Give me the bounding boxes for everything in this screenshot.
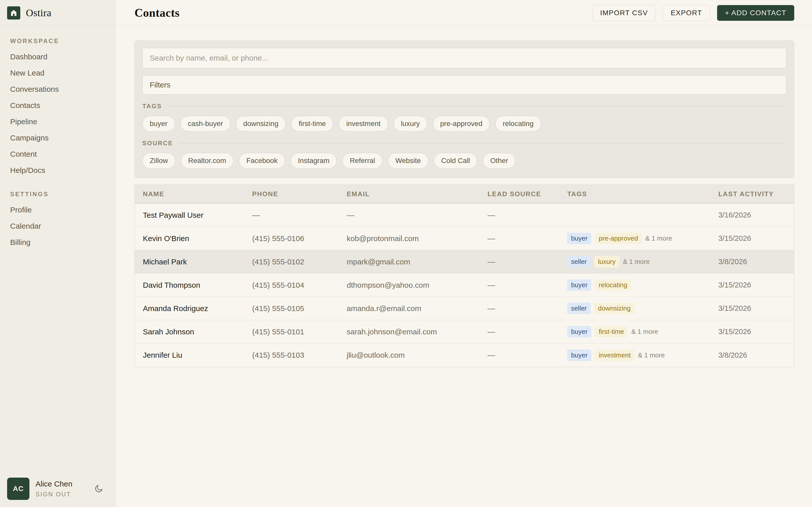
cell-last-activity: 3/15/2026 xyxy=(718,328,786,336)
column-header-last-activity: LAST ACTIVITY xyxy=(718,190,786,198)
sign-out-button[interactable]: SIGN OUT xyxy=(36,491,87,498)
cell-name: Jennifer Liu xyxy=(143,351,252,359)
tag-chip-row: buyercash-buyerdownsizingfirst-timeinves… xyxy=(142,116,786,131)
source-group-head: SOURCE xyxy=(142,140,786,147)
source-chip-website[interactable]: Website xyxy=(388,153,428,169)
table-row[interactable]: Kevin O'Brien(415) 555-0106kob@protonmai… xyxy=(135,227,794,250)
cell-email: mpark@gmail.com xyxy=(347,258,488,266)
tag-pill-buyer: buyer xyxy=(567,350,591,361)
cell-lead-source: — xyxy=(488,351,567,359)
cell-name: David Thompson xyxy=(143,281,252,289)
tags-more-count: & 1 more xyxy=(645,234,672,242)
tags-group-label: TAGS xyxy=(142,103,162,110)
cell-tags: buyerrelocating xyxy=(567,279,718,291)
settings-nav-list: ProfileCalendarBilling xyxy=(10,202,105,250)
tag-chip-first-time[interactable]: first-time xyxy=(291,116,333,131)
tag-pill-buyer: buyer xyxy=(567,326,591,337)
filters-toggle[interactable]: Filters xyxy=(142,75,786,95)
tag-pill-investment: investment xyxy=(595,350,635,361)
table-row[interactable]: David Thompson(415) 555-0104dthompson@ya… xyxy=(135,274,794,297)
cell-phone: (415) 555-0105 xyxy=(252,304,347,313)
sidebar-item-new-lead[interactable]: New Lead xyxy=(10,65,105,81)
workspace-section-label: WORKSPACE xyxy=(10,38,105,45)
user-name: Alice Chen xyxy=(36,480,87,488)
source-group-label: SOURCE xyxy=(142,140,173,147)
export-button[interactable]: EXPORT xyxy=(663,5,710,21)
tag-chip-buyer[interactable]: buyer xyxy=(142,116,175,131)
source-chip-zillow[interactable]: Zillow xyxy=(142,153,175,169)
tag-chip-relocating[interactable]: relocating xyxy=(495,116,541,131)
add-contact-button[interactable]: + ADD CONTACT xyxy=(717,5,794,21)
table-row[interactable]: Amanda Rodriguez(415) 555-0105amanda.r@e… xyxy=(135,297,794,320)
import-csv-button[interactable]: IMPORT CSV xyxy=(592,5,656,21)
home-icon xyxy=(7,6,20,19)
table-header-row: NAMEPHONEEMAILLEAD SOURCETAGSLAST ACTIVI… xyxy=(135,185,794,204)
tags-group-head: TAGS xyxy=(142,103,786,110)
cell-phone: (415) 555-0102 xyxy=(252,258,347,266)
cell-phone: (415) 555-0106 xyxy=(252,234,347,243)
cell-last-activity: 3/15/2026 xyxy=(718,281,786,289)
tag-chip-luxury[interactable]: luxury xyxy=(394,116,427,131)
cell-lead-source: — xyxy=(488,258,567,266)
tag-pill-pre-approved: pre-approved xyxy=(595,233,642,244)
cell-last-activity: 3/8/2026 xyxy=(718,258,786,266)
source-chip-row: ZillowRealtor.comFacebookInstagramReferr… xyxy=(142,153,786,169)
sidebar-item-help-docs[interactable]: Help/Docs xyxy=(10,162,105,178)
cell-tags: sellerdownsizing xyxy=(567,303,718,314)
cell-name: Kevin O'Brien xyxy=(143,234,252,243)
cell-email: dthompson@yahoo.com xyxy=(347,281,488,289)
dark-mode-toggle[interactable] xyxy=(93,483,104,494)
cell-name: Test Paywall User xyxy=(143,211,252,220)
cell-lead-source: — xyxy=(488,304,567,313)
sidebar-item-billing[interactable]: Billing xyxy=(10,234,105,250)
sidebar-item-contacts[interactable]: Contacts xyxy=(10,97,105,114)
topbar: Contacts IMPORT CSV EXPORT + ADD CONTACT xyxy=(116,0,812,26)
cell-name: Michael Park xyxy=(143,258,252,266)
tags-more-count: & 1 more xyxy=(631,328,658,336)
tag-chip-investment[interactable]: investment xyxy=(339,116,388,131)
sidebar-item-dashboard[interactable]: Dashboard xyxy=(10,49,105,65)
sidebar-item-profile[interactable]: Profile xyxy=(10,202,105,218)
source-chip-referral[interactable]: Referral xyxy=(342,153,383,169)
tag-pill-downsizing: downsizing xyxy=(594,303,635,314)
search-input[interactable] xyxy=(142,48,786,68)
table-row[interactable]: Test Paywall User———3/16/2026 xyxy=(135,204,794,227)
source-chip-other[interactable]: Other xyxy=(483,153,515,169)
workspace-nav-list: DashboardNew LeadConversationsContactsPi… xyxy=(10,49,105,178)
tag-chip-cash-buyer[interactable]: cash-buyer xyxy=(181,116,231,131)
tag-chip-downsizing[interactable]: downsizing xyxy=(236,116,286,131)
sidebar-item-conversations[interactable]: Conversations xyxy=(10,81,105,97)
tag-chip-pre-approved[interactable]: pre-approved xyxy=(433,116,490,131)
sidebar-item-campaigns[interactable]: Campaigns xyxy=(10,130,105,146)
cell-last-activity: 3/15/2026 xyxy=(718,304,786,313)
cell-lead-source: — xyxy=(488,211,567,220)
cell-lead-source: — xyxy=(488,281,567,289)
table-row[interactable]: Jennifer Liu(415) 555-0103jliu@outlook.c… xyxy=(135,343,794,367)
cell-tags: buyerpre-approved& 1 more xyxy=(567,233,718,244)
table-row[interactable]: Michael Park(415) 555-0102mpark@gmail.co… xyxy=(135,250,794,274)
tag-pill-first-time: first-time xyxy=(595,326,628,337)
table-row[interactable]: Sarah Johnson(415) 555-0101sarah.johnson… xyxy=(135,320,794,343)
brand-header: Ostira xyxy=(0,0,115,26)
source-chip-instagram[interactable]: Instagram xyxy=(291,153,337,169)
sidebar-item-pipeline[interactable]: Pipeline xyxy=(10,114,105,130)
column-header-tags: TAGS xyxy=(567,190,718,198)
source-chip-facebook[interactable]: Facebook xyxy=(239,153,285,169)
sidebar: Ostira WORKSPACE DashboardNew LeadConver… xyxy=(0,0,116,507)
sidebar-item-calendar[interactable]: Calendar xyxy=(10,218,105,234)
cell-email: sarah.johnson@email.com xyxy=(347,328,488,336)
contacts-table: NAMEPHONEEMAILLEAD SOURCETAGSLAST ACTIVI… xyxy=(135,184,794,367)
avatar: AC xyxy=(7,477,30,500)
cell-tags: buyerfirst-time& 1 more xyxy=(567,326,718,337)
main-area: Contacts IMPORT CSV EXPORT + ADD CONTACT… xyxy=(116,0,812,507)
cell-tags: sellerluxury& 1 more xyxy=(567,256,718,268)
source-chip-realtor-com[interactable]: Realtor.com xyxy=(181,153,234,169)
tag-pill-buyer: buyer xyxy=(567,279,591,291)
source-chip-cold-call[interactable]: Cold Call xyxy=(434,153,477,169)
sidebar-item-content[interactable]: Content xyxy=(10,146,105,162)
cell-last-activity: 3/15/2026 xyxy=(718,234,786,242)
brand-name: Ostira xyxy=(26,7,52,19)
cell-last-activity: 3/8/2026 xyxy=(718,351,786,359)
cell-last-activity: 3/16/2026 xyxy=(718,211,786,219)
user-card: AC Alice Chen SIGN OUT xyxy=(0,470,115,507)
